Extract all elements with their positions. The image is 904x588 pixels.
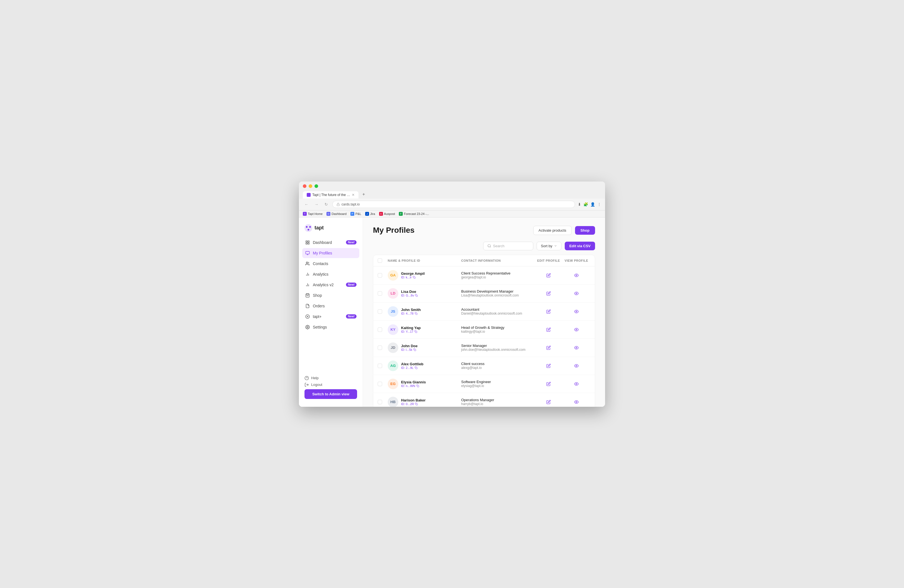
sidebar-item-orders[interactable]: Orders: [302, 301, 359, 311]
view-icon-john-doe[interactable]: [573, 345, 580, 351]
row-checkbox-george-ampil[interactable]: [378, 273, 388, 278]
url-text: cards.tapt.io: [341, 202, 571, 206]
select-all-checkbox[interactable]: [378, 258, 388, 263]
view-icon-elysia-giannis[interactable]: [573, 381, 580, 387]
view-icon-john-smith[interactable]: [573, 308, 580, 315]
copy-icon[interactable]: [413, 276, 416, 279]
sort-dropdown[interactable]: Sort by: [537, 242, 561, 250]
edit-icon-george-ampil[interactable]: [545, 272, 552, 279]
svg-point-38: [576, 347, 577, 348]
switch-admin-button[interactable]: Switch to Admin view: [305, 389, 357, 399]
view-icon-kaiting-yap[interactable]: [573, 326, 580, 333]
edit-icon-harison-baker[interactable]: [545, 399, 552, 405]
shop-button[interactable]: Shop: [575, 226, 595, 235]
address-bar[interactable]: cards.tapt.io: [332, 201, 575, 208]
edit-action-harison-baker[interactable]: [535, 399, 563, 405]
copy-icon[interactable]: [414, 330, 417, 333]
sidebar-item-my-profiles[interactable]: My Profiles: [302, 248, 359, 258]
edit-icon-kaiting-yap[interactable]: [545, 326, 552, 333]
browser-titlebar: Tapt | The future of the busine... ✕ +: [299, 182, 605, 199]
table-row: JD John Doe ID: l...5k Senior Manager jo…: [373, 339, 595, 357]
svg-rect-29: [414, 277, 415, 278]
sidebar-item-contacts[interactable]: Contacts: [302, 259, 359, 269]
contact-email-elysia-giannis: elysiag@tapt.io: [461, 384, 535, 388]
sidebar-item-settings[interactable]: Settings: [302, 322, 359, 332]
refresh-button[interactable]: ↻: [323, 201, 330, 208]
copy-icon[interactable]: [416, 384, 419, 387]
view-action-lisa-doe[interactable]: [563, 290, 590, 297]
view-icon-lisa-doe[interactable]: [573, 290, 580, 297]
help-item[interactable]: Help: [305, 376, 357, 380]
edit-icon-lisa-doe[interactable]: [545, 290, 552, 297]
bookmark-pl[interactable]: P P&L: [351, 212, 361, 216]
sidebar-item-tapt-plus[interactable]: tapt+ New!: [302, 311, 359, 322]
row-checkbox-john-smith[interactable]: [378, 309, 388, 314]
tab-close-icon[interactable]: ✕: [352, 193, 355, 197]
svg-point-42: [576, 383, 577, 384]
copy-icon[interactable]: [415, 294, 418, 297]
bookmark-forecast[interactable]: F Forecast 23-24 -...: [399, 212, 429, 216]
view-icon-harison-baker[interactable]: [573, 399, 580, 405]
row-checkbox-harison-baker[interactable]: [378, 400, 388, 404]
view-action-george-ampil[interactable]: [563, 272, 590, 279]
sidebar-item-shop[interactable]: Shop: [302, 290, 359, 300]
copy-icon[interactable]: [415, 403, 418, 405]
row-checkbox-alex-gottlieb[interactable]: [378, 364, 388, 368]
activate-products-button[interactable]: Activate products: [533, 226, 572, 235]
edit-action-john-smith[interactable]: [535, 308, 563, 315]
view-action-kaiting-yap[interactable]: [563, 326, 590, 333]
bookmark-tapt-home[interactable]: T Tapt Home: [303, 212, 322, 216]
profile-id-george-ampil: ID: k...lr: [401, 276, 425, 279]
menu-icon[interactable]: ⋮: [597, 202, 601, 207]
sidebar-item-analytics[interactable]: Analytics: [302, 269, 359, 279]
svg-point-30: [576, 275, 577, 276]
edit-action-elysia-giannis[interactable]: [535, 381, 563, 387]
extension-icon[interactable]: 🧩: [583, 202, 588, 207]
search-box[interactable]: Search: [483, 242, 533, 250]
row-checkbox-john-doe[interactable]: [378, 346, 388, 350]
new-tab-button[interactable]: +: [360, 190, 368, 199]
browser-window: Tapt | The future of the busine... ✕ + ←…: [299, 182, 605, 407]
bookmark-auspost[interactable]: A Auspost: [379, 212, 395, 216]
copy-icon[interactable]: [413, 348, 416, 351]
tab-title: Tapt | The future of the busine...: [312, 193, 350, 197]
edit-icon-john-smith[interactable]: [545, 308, 552, 315]
svg-rect-39: [416, 368, 417, 369]
row-checkbox-elysia-giannis[interactable]: [378, 382, 388, 386]
edit-action-lisa-doe[interactable]: [535, 290, 563, 297]
logout-item[interactable]: Logout: [305, 383, 357, 387]
view-action-john-smith[interactable]: [563, 308, 590, 315]
edit-action-alex-gottlieb[interactable]: [535, 362, 563, 369]
row-checkbox-lisa-doe[interactable]: [378, 291, 388, 296]
close-button[interactable]: [303, 184, 307, 188]
view-icon-george-ampil[interactable]: [573, 272, 580, 279]
edit-icon-john-doe[interactable]: [545, 345, 552, 351]
view-action-harison-baker[interactable]: [563, 399, 590, 405]
back-button[interactable]: ←: [303, 201, 310, 208]
copy-icon[interactable]: [415, 367, 417, 369]
row-checkbox-kaiting-yap[interactable]: [378, 327, 388, 332]
download-icon[interactable]: ⬇: [578, 202, 581, 207]
browser-tab-active[interactable]: Tapt | The future of the busine... ✕: [303, 191, 359, 199]
view-action-elysia-giannis[interactable]: [563, 381, 590, 387]
profile-info-lisa-doe: LD Lisa Doe ID: G...8v: [388, 288, 461, 299]
bookmarks-bar: T Tapt Home D Dashboard P P&L J Jira A A…: [299, 210, 605, 217]
view-action-alex-gottlieb[interactable]: [563, 362, 590, 369]
view-icon-alex-gottlieb[interactable]: [573, 362, 580, 369]
edit-icon-alex-gottlieb[interactable]: [545, 362, 552, 369]
copy-icon[interactable]: [415, 312, 417, 315]
edit-action-john-doe[interactable]: [535, 345, 563, 351]
sidebar-item-dashboard[interactable]: Dashboard New!: [302, 237, 359, 248]
view-action-john-doe[interactable]: [563, 345, 590, 351]
edit-icon-elysia-giannis[interactable]: [545, 381, 552, 387]
maximize-button[interactable]: [315, 184, 318, 188]
profile-icon[interactable]: 👤: [590, 202, 595, 207]
bookmark-dashboard[interactable]: D Dashboard: [327, 212, 346, 216]
bookmark-jira[interactable]: J Jira: [365, 212, 375, 216]
minimize-button[interactable]: [309, 184, 312, 188]
edit-csv-button[interactable]: Edit via CSV: [565, 242, 595, 250]
edit-action-kaiting-yap[interactable]: [535, 326, 563, 333]
forward-button[interactable]: →: [313, 201, 320, 208]
sidebar-item-analytics-v2[interactable]: Analytics v2 New!: [302, 280, 359, 290]
edit-action-george-ampil[interactable]: [535, 272, 563, 279]
